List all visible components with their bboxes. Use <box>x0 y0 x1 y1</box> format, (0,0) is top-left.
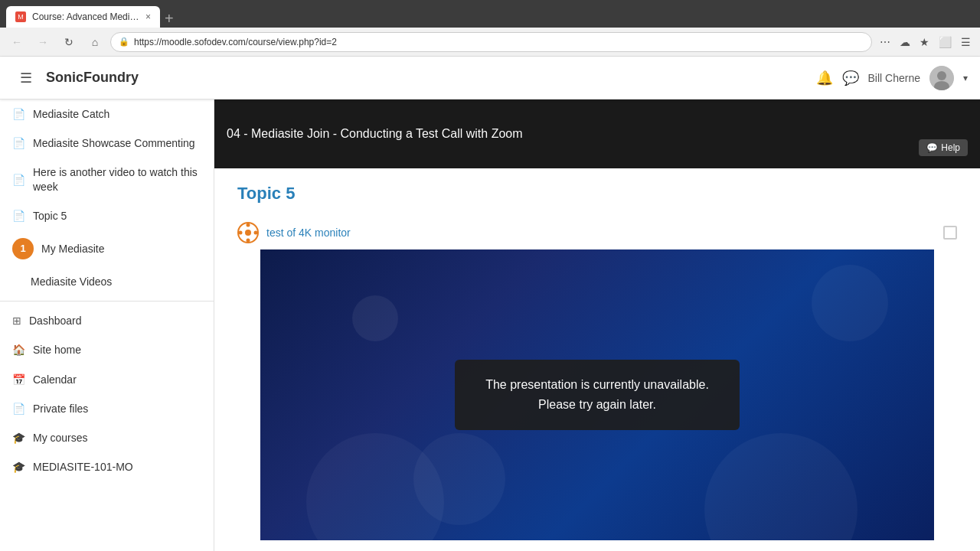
sidebar-nav-label-4: Private files <box>33 402 88 416</box>
sidebar-divider <box>0 301 214 302</box>
svg-point-8 <box>254 231 258 235</box>
user-name[interactable]: Bill Cherne <box>868 72 920 84</box>
sidebar-item-another-video[interactable]: 📄 Here is another video to watch this we… <box>0 158 214 201</box>
topic-item-link[interactable]: test of 4K monitor <box>266 227 351 239</box>
help-icon: 💬 <box>926 142 938 153</box>
folder-icon-3: 📄 <box>12 174 25 186</box>
sidebar-item-topic5[interactable]: 📄 Topic 5 <box>0 201 214 230</box>
user-avatar[interactable] <box>929 66 954 90</box>
sidebar-item-label-6: Mediasite Videos <box>31 275 112 289</box>
tab-favicon: M <box>15 11 26 22</box>
sidebar-nav-label-3: Calendar <box>33 373 77 386</box>
main-area: 📄 Mediasite Catch 📄 Mediasite Showcase C… <box>0 99 980 551</box>
top-nav: ☰ SonicFoundry 🔔 💬 Bill Cherne ▾ <box>0 57 980 99</box>
hamburger-button[interactable]: ☰ <box>12 64 40 92</box>
svg-point-4 <box>245 230 251 236</box>
notifications-icon[interactable]: 🔔 <box>816 70 833 86</box>
topic-item-row: test of 4K monitor <box>237 216 957 249</box>
sidebar-nav-label-6: MEDIASITE-101-MO <box>33 460 133 474</box>
folder-icon-2: 📄 <box>12 137 25 149</box>
unavailable-message: The presentation is currently unavailabl… <box>455 360 740 429</box>
bookmark-icon[interactable]: ★ <box>916 33 933 51</box>
numbered-badge: 1 <box>12 238 34 259</box>
home-button[interactable]: ⌂ <box>84 31 106 53</box>
sidebar-nav-label-1: Dashboard <box>29 314 82 328</box>
active-tab[interactable]: M Course: Advanced Mediasite 7... × <box>6 6 160 28</box>
app: ☰ SonicFoundry 🔔 💬 Bill Cherne ▾ 📄 Media… <box>0 57 980 551</box>
svg-point-5 <box>247 223 250 227</box>
sidebar-item-dashboard[interactable]: ⊞ Dashboard <box>0 306 214 335</box>
dashboard-icon: ⊞ <box>12 315 21 327</box>
video-header-title: 04 - Mediasite Join - Conducting a Test … <box>227 127 523 141</box>
screenshot-icon[interactable]: ⬜ <box>936 33 955 51</box>
topic-title: Topic 5 <box>237 184 957 204</box>
courses-icon: 🎓 <box>12 432 25 444</box>
browser-chrome: M Course: Advanced Mediasite 7... × + <box>0 0 980 28</box>
course-icon: 🎓 <box>12 461 25 473</box>
sidebar-item-mediasite-videos[interactable]: Mediasite Videos <box>0 267 214 296</box>
sidebar-nav-label-2: Site home <box>33 343 81 357</box>
top-nav-right: 🔔 💬 Bill Cherne ▾ <box>816 66 968 90</box>
browser-tabs: M Course: Advanced Mediasite 7... × + <box>6 0 178 28</box>
tab-close-button[interactable]: × <box>145 11 151 22</box>
new-tab-button[interactable]: + <box>160 10 178 28</box>
video-header: 04 - Mediasite Join - Conducting a Test … <box>214 99 980 168</box>
sidebar-item-mediasite-catch[interactable]: 📄 Mediasite Catch <box>0 99 214 129</box>
user-dropdown-arrow[interactable]: ▾ <box>963 73 968 83</box>
back-button[interactable]: ← <box>6 31 28 53</box>
unavailable-line1: The presentation is currently unavailabl… <box>485 378 709 391</box>
toolbar-right: ⋯ ☁ ★ ⬜ ☰ <box>877 33 974 51</box>
sidebar-item-label-5: My Mediasite <box>41 242 104 256</box>
browser-toolbar: ← → ↻ ⌂ 🔒 https://moodle.sofodev.com/cou… <box>0 28 980 57</box>
svg-point-6 <box>247 239 250 243</box>
reload-button[interactable]: ↻ <box>58 31 80 53</box>
sidebar-item-private-files[interactable]: 📄 Private files <box>0 394 214 423</box>
help-label: Help <box>941 142 960 153</box>
site-logo: SonicFoundry <box>46 70 139 86</box>
sidebar-item-site-home[interactable]: 🏠 Site home <box>0 335 214 364</box>
svg-point-1 <box>937 71 946 80</box>
home-icon: 🏠 <box>12 344 25 356</box>
sidebar-item-label-3: Here is another video to watch this week <box>33 165 201 193</box>
extensions-icon[interactable]: ⋯ <box>877 33 893 51</box>
calendar-icon: 📅 <box>12 373 25 386</box>
sidebar-item-mediasite-101[interactable]: 🎓 MEDIASITE-101-MO <box>0 452 214 481</box>
sidebar-nav-label-5: My courses <box>33 431 88 445</box>
url-text: https://moodle.sofodev.com/course/view.p… <box>134 37 337 47</box>
content-pane: 04 - Mediasite Join - Conducting a Test … <box>214 99 980 551</box>
folder-icon: 📄 <box>12 108 25 120</box>
unavailable-line2: Please try again later. <box>538 398 656 411</box>
sidebar-item-calendar[interactable]: 📅 Calendar <box>0 365 214 394</box>
sidebar-item-label-2: Mediasite Showcase Commenting <box>33 136 195 150</box>
ssl-lock-icon: 🔒 <box>119 37 129 47</box>
sidebar-item-my-courses[interactable]: 🎓 My courses <box>0 423 214 452</box>
sidebar: 📄 Mediasite Catch 📄 Mediasite Showcase C… <box>0 99 214 551</box>
menu-icon[interactable]: ☰ <box>958 33 974 51</box>
sidebar-item-mediasite-showcase[interactable]: 📄 Mediasite Showcase Commenting <box>0 129 214 158</box>
folder-icon-4: 📄 <box>12 210 25 222</box>
sidebar-item-label: Mediasite Catch <box>33 107 109 121</box>
topic-item-checkbox[interactable] <box>943 226 957 240</box>
forward-button[interactable]: → <box>32 31 54 53</box>
media-player: The presentation is currently unavailabl… <box>260 249 934 540</box>
address-bar[interactable]: 🔒 https://moodle.sofodev.com/course/view… <box>110 32 872 52</box>
tab-title: Course: Advanced Mediasite 7... <box>32 11 139 22</box>
messages-icon[interactable]: 💬 <box>842 70 859 86</box>
svg-point-7 <box>239 231 243 235</box>
files-icon: 📄 <box>12 403 25 415</box>
sidebar-item-my-mediasite[interactable]: 1 My Mediasite <box>0 230 214 267</box>
mediasite-icon <box>237 222 259 243</box>
sidebar-item-label-4: Topic 5 <box>33 209 67 223</box>
pocket-icon[interactable]: ☁ <box>897 33 913 51</box>
help-button[interactable]: 💬 Help <box>919 139 968 156</box>
topic-section: Topic 5 test of 4K monitor <box>214 168 980 551</box>
